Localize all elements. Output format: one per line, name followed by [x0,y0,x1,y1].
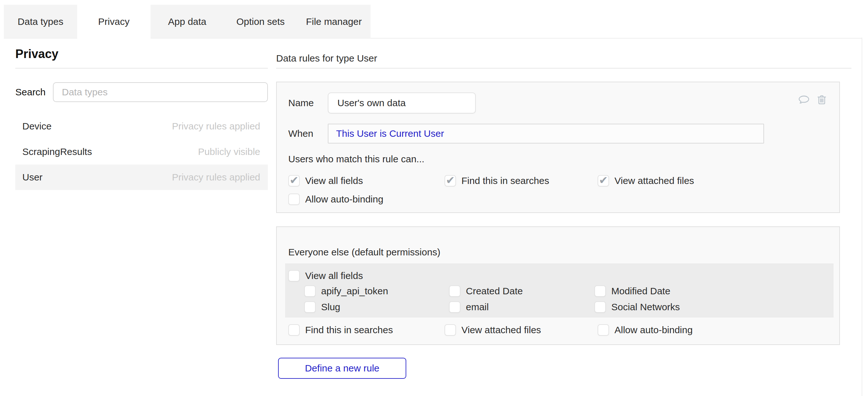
page-title: Privacy [15,47,58,61]
checkbox-item-view-all-fields[interactable]: View all fields [288,175,363,187]
rule-name-input[interactable] [328,92,476,114]
checkbox-item-social-networks[interactable]: Social Networks [594,301,680,313]
define-new-rule-button[interactable]: Define a new rule [278,358,406,379]
checkbox-item-allow-auto-binding-default[interactable]: Allow auto-binding [597,324,693,336]
checkbox-label: Created Date [466,286,523,297]
checkbox-label: Find this in searches [305,325,393,335]
allow-auto-binding-checkbox[interactable] [597,324,609,336]
checkbox-label: Allow auto-binding [615,325,693,335]
checkbox-label: email [466,302,489,312]
tab-privacy[interactable]: Privacy [77,5,151,39]
checkbox-item-email[interactable]: email [449,301,489,313]
main-divider [276,68,851,68]
default-permissions-card: Everyone else (default permissions) View… [276,226,840,345]
type-status: Privacy rules applied [172,121,260,132]
checkbox-label: apify_api_token [321,286,388,297]
name-label: Name [288,97,314,109]
type-name: ScrapingResults [22,146,92,157]
list-item-user[interactable]: User Privacy rules applied [15,164,268,190]
checkbox-item-slug[interactable]: Slug [304,301,340,313]
search-label: Search [15,87,53,97]
tab-app-data[interactable]: App data [151,5,224,38]
view-attached-files-checkbox[interactable] [444,324,456,336]
permissions-intro: Users who match this rule can... [288,154,425,164]
checkbox-label: Modified Date [611,286,670,297]
apify-api-token-checkbox[interactable] [304,285,316,297]
trash-icon[interactable] [816,94,828,106]
checkbox-label: Social Networks [611,302,680,312]
type-name: User [22,172,42,183]
when-condition-box[interactable]: This User is Current User [328,124,764,144]
checkbox-item-find-in-searches[interactable]: Find this in searches [444,175,549,187]
checkbox-item-find-in-searches-default[interactable]: Find this in searches [288,324,393,336]
data-rules-header: Data rules for type User [276,53,377,64]
default-permissions-title: Everyone else (default permissions) [288,247,440,257]
list-item-scrapingresults[interactable]: ScrapingResults Publicly visible [15,139,268,164]
comment-icon[interactable] [798,94,810,106]
checkbox-label: Allow auto-binding [305,194,383,205]
checkbox-item-apify-api-token[interactable]: apify_api_token [304,285,388,297]
search-input[interactable] [53,82,268,102]
created-date-checkbox[interactable] [449,285,461,297]
email-checkbox[interactable] [449,301,461,313]
modified-date-checkbox[interactable] [594,285,606,297]
tab-file-manager[interactable]: File manager [297,5,371,38]
tab-option-sets[interactable]: Option sets [224,5,297,38]
when-condition-text: This User is Current User [336,128,444,139]
tab-data-types[interactable]: Data types [4,5,77,38]
view-all-fields-checkbox[interactable] [288,175,300,186]
view-all-fields-checkbox[interactable] [288,270,300,281]
checkbox-label: View attached files [615,175,694,186]
checkbox-label: View attached files [461,325,541,335]
checkbox-item-view-all-fields-default[interactable]: View all fields [288,270,363,282]
rule-card: Name When This User is Current User User… [276,82,840,213]
checkbox-item-view-attached-files[interactable]: View attached files [597,175,694,187]
checkbox-item-allow-auto-binding[interactable]: Allow auto-binding [288,193,383,205]
sidebar-divider [15,68,268,68]
data-type-list: Device Privacy rules applied ScrapingRes… [15,114,268,190]
find-in-searches-checkbox[interactable] [444,175,456,186]
view-attached-files-checkbox[interactable] [597,175,609,186]
tab-bar: Data types Privacy App data Option sets … [4,5,371,38]
checkbox-item-created-date[interactable]: Created Date [449,285,523,297]
checkbox-label: Find this in searches [461,175,549,186]
type-status: Privacy rules applied [172,172,260,183]
checkbox-label: Slug [321,302,340,312]
rule-actions [798,94,828,106]
checkbox-item-modified-date[interactable]: Modified Date [594,285,670,297]
slug-checkbox[interactable] [304,301,316,313]
search-row: Search [15,82,268,102]
type-name: Device [22,121,52,132]
panel-right-edge [862,38,862,396]
type-status: Publicly visible [198,146,260,157]
privacy-settings-page: Data types Privacy App data Option sets … [0,0,868,396]
find-in-searches-checkbox[interactable] [288,324,300,336]
allow-auto-binding-checkbox[interactable] [288,193,300,205]
when-label: When [288,128,313,139]
checkbox-label: View all fields [305,175,363,186]
social-networks-checkbox[interactable] [594,301,606,313]
checkbox-item-view-attached-files-default[interactable]: View attached files [444,324,541,336]
checkbox-label: View all fields [305,270,363,281]
list-item-device[interactable]: Device Privacy rules applied [15,114,268,139]
